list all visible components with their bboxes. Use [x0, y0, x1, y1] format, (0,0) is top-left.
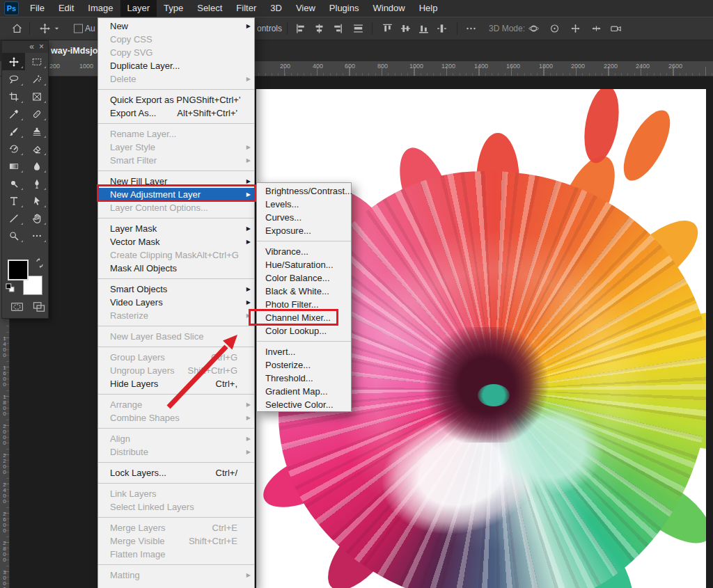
swap-colors-icon[interactable] — [34, 257, 45, 269]
menubar-item-image[interactable]: Image — [81, 0, 120, 17]
annotation-box-channel-mixer — [249, 309, 338, 326]
foreground-color-swatch[interactable] — [8, 260, 29, 280]
path-selection-tool[interactable] — [25, 192, 48, 209]
menubar-item-window[interactable]: Window — [366, 0, 412, 17]
menu-item-threshold[interactable]: Threshold... — [257, 372, 351, 385]
menu-item-label: Matting — [110, 569, 140, 582]
distribute-horizontal-button[interactable] — [352, 23, 364, 35]
pen-tool[interactable] — [25, 175, 48, 192]
3d-roll-button[interactable] — [549, 23, 561, 35]
menu-item-lock-layers[interactable]: Lock Layers...Ctrl+/ — [98, 466, 254, 479]
menu-item-color-lookup[interactable]: Color Lookup... — [257, 324, 351, 337]
more-align-options-button[interactable] — [465, 23, 477, 35]
menu-item-gradient-map[interactable]: Gradient Map... — [257, 385, 351, 398]
ruler-label: 800 — [377, 63, 388, 70]
align-right-edges-button[interactable] — [331, 23, 343, 35]
menu-item-label: New — [110, 19, 128, 33]
menu-item-layer-mask[interactable]: Layer Mask▶ — [98, 222, 254, 235]
spot-healing-brush-tool[interactable] — [25, 105, 48, 122]
menu-item-label: Link Layers — [110, 487, 156, 500]
auto-select-checkbox[interactable] — [74, 24, 83, 33]
menu-item-brightness-contrast[interactable]: Brightness/Contrast... — [257, 184, 351, 198]
menu-item-hue-saturation[interactable]: Hue/Saturation... — [257, 258, 351, 271]
lasso-icon — [8, 74, 19, 85]
history-brush-tool[interactable] — [2, 140, 25, 157]
menubar-item-filter[interactable]: Filter — [229, 0, 263, 17]
lasso-tool[interactable] — [2, 70, 25, 88]
menu-item-label: Exposure... — [265, 224, 311, 237]
line-tool[interactable] — [2, 209, 25, 227]
align-vertical-centers-button[interactable] — [400, 23, 412, 35]
collapse-panel-icon[interactable]: « — [29, 41, 34, 53]
menubar-item-type[interactable]: Type — [157, 0, 190, 17]
submenu-arrow-icon: ▶ — [246, 411, 251, 424]
edit-toolbar[interactable] — [25, 227, 48, 244]
menubar-item-file[interactable]: File — [23, 0, 52, 17]
screen-mode-button[interactable] — [30, 300, 48, 314]
menu-item-curves[interactable]: Curves... — [257, 211, 351, 224]
type-tool[interactable] — [2, 192, 25, 209]
menubar-item-help[interactable]: Help — [412, 0, 445, 17]
menu-item-smart-objects[interactable]: Smart Objects▶ — [98, 283, 254, 296]
3d-camera-button[interactable] — [610, 23, 622, 35]
preset-chevron-down-icon[interactable] — [53, 25, 61, 33]
frame-tool[interactable] — [25, 88, 48, 105]
menu-item-duplicate-layer[interactable]: Duplicate Layer... — [98, 59, 254, 72]
menu-item-exposure[interactable]: Exposure... — [257, 224, 351, 237]
ruler-label: 2 0 0 0 — [0, 424, 9, 446]
menu-item-levels[interactable]: Levels... — [257, 198, 351, 211]
menu-item-new[interactable]: New▶ — [98, 19, 254, 33]
brush-tool[interactable] — [2, 122, 25, 140]
move-tool[interactable] — [2, 53, 25, 70]
menu-item-black-white[interactable]: Black & White... — [257, 285, 351, 298]
menu-item-mask-all-objects[interactable]: Mask All Objects — [98, 262, 254, 275]
menu-item-selective-color[interactable]: Selective Color... — [257, 398, 351, 411]
menubar-item-plugins[interactable]: Plugins — [322, 0, 366, 17]
menu-item-quick-export-as-png[interactable]: Quick Export as PNGShift+Ctrl+' — [98, 93, 254, 106]
3d-slide-button[interactable] — [590, 23, 602, 35]
menubar-item-select[interactable]: Select — [190, 0, 229, 17]
align-horizontal-centers-button[interactable] — [313, 23, 325, 35]
menu-item-label: Curves... — [265, 211, 301, 224]
3d-pan-button[interactable] — [570, 23, 581, 35]
eyedropper-tool[interactable] — [2, 105, 25, 122]
ruler-label: 1400 — [474, 63, 488, 70]
menu-item-vector-mask[interactable]: Vector Mask▶ — [98, 235, 254, 248]
crop-tool[interactable] — [2, 88, 25, 105]
default-colors-icon[interactable] — [5, 283, 15, 293]
menubar-item-edit[interactable]: Edit — [52, 0, 81, 17]
rectangular-marquee-tool[interactable] — [25, 53, 48, 70]
clone-stamp-tool[interactable] — [25, 122, 48, 140]
eraser-tool[interactable] — [25, 140, 48, 157]
move-tool-preset-icon[interactable] — [39, 23, 51, 35]
align-bottom-edges-button[interactable] — [418, 23, 430, 35]
align-top-edges-button[interactable] — [382, 23, 393, 35]
menu-item-video-layers[interactable]: Video Layers▶ — [98, 296, 254, 309]
menubar-item-3d[interactable]: 3D — [263, 0, 289, 17]
menu-item-align: Align▶ — [98, 432, 254, 445]
menu-item-smart-filter: Smart Filter▶ — [98, 154, 254, 167]
menu-item-posterize[interactable]: Posterize... — [257, 358, 351, 372]
ruler-label: 1 4 0 0 — [0, 336, 9, 358]
menu-bar: Ps FileEditImageLayerTypeSelectFilter3DV… — [0, 0, 713, 17]
gradient-tool[interactable] — [2, 157, 25, 175]
menu-item-vibrance[interactable]: Vibrance... — [257, 245, 351, 258]
ruler-label: 1 6 0 0 — [0, 365, 9, 388]
align-left-edges-button[interactable] — [295, 23, 307, 35]
menubar-item-view[interactable]: View — [289, 0, 322, 17]
3d-orbit-button[interactable] — [528, 23, 540, 35]
quick-mask-button[interactable] — [7, 300, 27, 314]
hand-tool[interactable] — [25, 209, 48, 227]
menu-item-color-balance[interactable]: Color Balance... — [257, 271, 351, 285]
menu-item-invert[interactable]: Invert... — [257, 345, 351, 358]
quick-selection-tool[interactable] — [25, 70, 48, 88]
close-panel-icon[interactable]: × — [39, 41, 44, 53]
distribute-vertical-button[interactable] — [436, 23, 448, 35]
ruler-label: 2000 — [571, 63, 585, 70]
blur-tool[interactable] — [25, 157, 48, 175]
menubar-item-layer[interactable]: Layer — [120, 0, 157, 17]
menu-item-export-as[interactable]: Export As...Alt+Shift+Ctrl+' — [98, 106, 254, 120]
dodge-tool[interactable] — [2, 175, 25, 192]
home-button[interactable] — [11, 23, 23, 35]
zoom-tool[interactable] — [2, 227, 25, 244]
